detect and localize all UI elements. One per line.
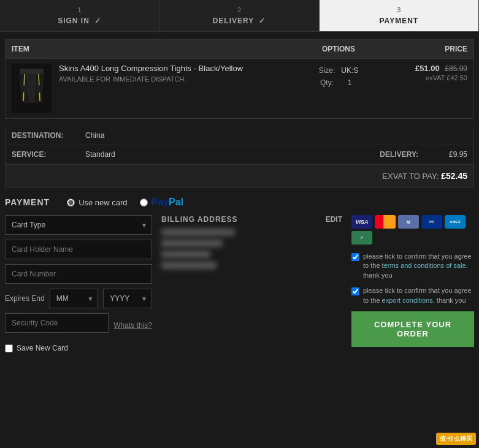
col-options-header: OPTIONS	[296, 45, 381, 53]
agree-row-2: please tick to confirm that you agree to…	[351, 286, 474, 305]
product-image	[12, 64, 52, 113]
product-availability: AVAILABLE FOR IMMEDIATE DISPATCH.	[59, 75, 296, 83]
destination-row: DESTINATION: China	[6, 126, 473, 145]
use-new-card-radio[interactable]	[67, 199, 75, 207]
delivery-section: DESTINATION: China SERVICE: Standard DEL…	[5, 126, 474, 165]
month-select-wrap: MM 010203 040506 070809 101112 ▼	[50, 289, 99, 308]
step-2-label: DELIVERY ✓	[213, 17, 266, 25]
step-2-num: 2	[163, 6, 315, 13]
billing-title: BILLING ADDRESS	[161, 215, 238, 224]
delivery-cost-value: £9.95	[418, 150, 467, 159]
year-select-wrap: YYYY 202420252026 202720282029 2030 ▼	[103, 289, 152, 308]
card-type-wrap: Card Type Visa Mastercard Amex Maestro ▼	[5, 215, 152, 235]
whats-this-link[interactable]: Whats this?	[113, 321, 152, 330]
order-row: Skins A400 Long Compression Tights - Bla…	[6, 59, 473, 118]
svg-point-5	[37, 85, 42, 93]
card-type-select[interactable]: Card Type Visa Mastercard Amex Maestro	[5, 215, 152, 235]
mastercard-icon	[375, 215, 396, 229]
watermark: 值·什么得买	[436, 433, 476, 445]
payment-section: PAYMENT Use new card PayPal Card Type Vi…	[5, 197, 474, 352]
complete-order-button[interactable]: COMPLETE YOUR ORDER	[351, 311, 474, 347]
size-value: UK:S	[339, 65, 361, 76]
billing-section: BILLING ADDRESS EDIT	[161, 215, 342, 352]
agree-checkbox-2[interactable]	[351, 287, 359, 295]
price-exvat: exVAT £42.50	[381, 74, 467, 82]
total-label: EXVAT TO PAY:	[382, 172, 439, 181]
service-label: SERVICE:	[12, 150, 85, 159]
step-3-num: 3	[323, 6, 475, 13]
terms-link[interactable]: terms and conditions of sale	[382, 262, 466, 269]
col-item-header: ITEM	[12, 45, 296, 53]
agree-text-1: please tick to confirm that you agree to…	[363, 252, 474, 280]
options-table: Size: UK:S Qty: 1	[315, 64, 362, 89]
step-2-check: ✓	[259, 17, 266, 25]
price-current: £51.00	[415, 64, 440, 73]
agree-text-2: please tick to confirm that you agree to…	[363, 286, 474, 305]
product-name: Skins A400 Long Compression Tights - Bla…	[59, 64, 296, 73]
card-form: Card Type Visa Mastercard Amex Maestro ▼…	[5, 215, 152, 352]
use-new-card-option[interactable]: Use new card	[67, 198, 127, 207]
order-table: ITEM OPTIONS PRICE	[5, 39, 474, 119]
step-3-label: PAYMENT	[379, 17, 418, 25]
month-select[interactable]: MM 010203 040506 070809 101112	[50, 289, 99, 308]
paypal-radio[interactable]	[140, 199, 148, 207]
other-card-icon: ✓	[351, 231, 372, 245]
agree-row-1: please tick to confirm that you agree to…	[351, 252, 474, 280]
year-select[interactable]: YYYY 202420252026 202720282029 2030	[103, 289, 152, 308]
col-price-header: PRICE	[381, 45, 467, 53]
card-holder-input[interactable]	[5, 240, 152, 259]
address-line-3	[161, 251, 210, 258]
destination-value: China	[85, 131, 467, 140]
security-row: Whats this?	[5, 313, 152, 338]
svg-rect-1	[20, 69, 44, 74]
step-1-check: ✓	[94, 17, 101, 25]
qty-value: 1	[339, 77, 361, 88]
qty-label: Qty:	[316, 77, 338, 88]
save-card-label: Save New Card	[17, 344, 68, 352]
address-line-1	[161, 229, 235, 236]
save-card-row: Save New Card	[5, 344, 152, 352]
payment-title-row: PAYMENT Use new card PayPal	[5, 197, 474, 208]
product-info: Skins A400 Long Compression Tights - Bla…	[59, 64, 296, 83]
visa-icon: VISA	[351, 215, 372, 229]
delivery-cost-label: DELIVERY:	[357, 150, 418, 159]
right-panel: VISA M PP AMEX ✓	[351, 215, 474, 352]
product-price: £51.00 £85.00 exVAT £42.50	[381, 64, 467, 82]
destination-label: DESTINATION:	[12, 131, 85, 140]
step-payment[interactable]: 3 PAYMENT	[320, 0, 479, 31]
expires-label: Expires End	[5, 294, 45, 303]
expires-row: Expires End MM 010203 040506 070809 1011…	[5, 289, 152, 308]
total-value: £52.45	[441, 171, 467, 181]
save-card-checkbox[interactable]	[5, 344, 13, 352]
step-delivery[interactable]: 2 DELIVERY ✓	[159, 0, 319, 31]
total-row: EXVAT TO PAY: £52.45	[5, 165, 474, 188]
paypal-logo: PayPal	[151, 197, 183, 208]
paypal-icon: PP	[421, 215, 442, 229]
steps-bar: 1 SIGN IN ✓ 2 DELIVERY ✓ 3 PAYMENT	[0, 0, 479, 32]
svg-point-4	[22, 85, 27, 93]
address-line-4	[161, 262, 217, 269]
agree-checkbox-1[interactable]	[351, 253, 359, 261]
amex-icon: AMEX	[445, 215, 466, 229]
size-label: Size:	[316, 65, 338, 76]
service-value: Standard	[85, 150, 357, 159]
card-icons: VISA M PP AMEX ✓	[351, 215, 474, 245]
address-line-2	[161, 240, 223, 247]
billing-address	[161, 229, 342, 269]
use-new-card-label: Use new card	[79, 198, 127, 207]
export-conditions-link[interactable]: export conditions	[382, 297, 433, 304]
billing-header: BILLING ADDRESS EDIT	[161, 215, 342, 224]
paypal-option[interactable]: PayPal	[140, 197, 183, 208]
order-header: ITEM OPTIONS PRICE	[6, 40, 473, 59]
price-old: £85.00	[445, 64, 467, 73]
step-1-num: 1	[3, 6, 156, 13]
service-row: SERVICE: Standard DELIVERY: £9.95	[6, 145, 473, 164]
card-number-input[interactable]	[5, 264, 152, 284]
payment-title: PAYMENT	[5, 197, 50, 207]
security-code-input[interactable]	[5, 313, 109, 333]
step-1-label: SIGN IN ✓	[58, 17, 101, 25]
step-signin[interactable]: 1 SIGN IN ✓	[0, 0, 159, 31]
billing-edit-link[interactable]: EDIT	[326, 215, 342, 224]
product-options: Size: UK:S Qty: 1	[296, 64, 381, 89]
maestro-icon: M	[398, 215, 419, 229]
